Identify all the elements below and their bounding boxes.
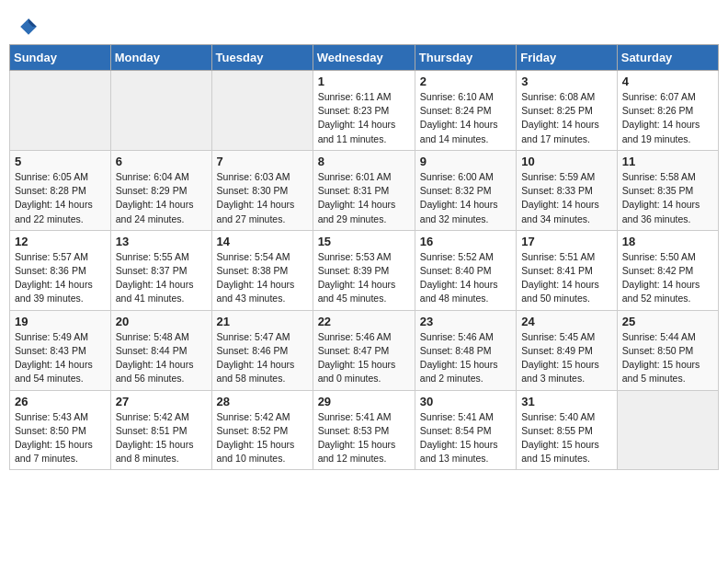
day-info: Sunrise: 5:46 AM Sunset: 8:48 PM Dayligh… bbox=[420, 330, 511, 386]
calendar-cell: 26Sunrise: 5:43 AM Sunset: 8:50 PM Dayli… bbox=[10, 390, 111, 470]
day-number: 17 bbox=[521, 235, 612, 248]
day-number: 29 bbox=[318, 395, 410, 408]
calendar-cell: 9Sunrise: 6:00 AM Sunset: 8:32 PM Daylig… bbox=[415, 150, 516, 230]
day-info: Sunrise: 5:44 AM Sunset: 8:50 PM Dayligh… bbox=[622, 330, 713, 386]
weekday-header-thursday: Thursday bbox=[415, 45, 516, 71]
calendar-cell: 20Sunrise: 5:48 AM Sunset: 8:44 PM Dayli… bbox=[110, 310, 211, 390]
calendar-cell: 31Sunrise: 5:40 AM Sunset: 8:55 PM Dayli… bbox=[517, 390, 618, 470]
day-info: Sunrise: 5:41 AM Sunset: 8:54 PM Dayligh… bbox=[420, 410, 511, 466]
day-info: Sunrise: 6:07 AM Sunset: 8:26 PM Dayligh… bbox=[622, 90, 713, 146]
day-number: 10 bbox=[521, 155, 612, 168]
day-number: 31 bbox=[521, 395, 612, 408]
day-number: 2 bbox=[420, 75, 511, 88]
calendar-cell: 22Sunrise: 5:46 AM Sunset: 8:47 PM Dayli… bbox=[313, 310, 415, 390]
day-info: Sunrise: 6:05 AM Sunset: 8:28 PM Dayligh… bbox=[15, 170, 106, 226]
day-number: 3 bbox=[521, 75, 612, 88]
day-info: Sunrise: 5:55 AM Sunset: 8:37 PM Dayligh… bbox=[116, 250, 207, 306]
day-number: 4 bbox=[622, 75, 713, 88]
day-info: Sunrise: 5:46 AM Sunset: 8:47 PM Dayligh… bbox=[318, 330, 410, 386]
calendar-cell: 25Sunrise: 5:44 AM Sunset: 8:50 PM Dayli… bbox=[617, 310, 718, 390]
day-info: Sunrise: 6:00 AM Sunset: 8:32 PM Dayligh… bbox=[420, 170, 511, 226]
day-number: 1 bbox=[318, 75, 410, 88]
day-info: Sunrise: 5:54 AM Sunset: 8:38 PM Dayligh… bbox=[217, 250, 308, 306]
calendar-cell: 12Sunrise: 5:57 AM Sunset: 8:36 PM Dayli… bbox=[10, 230, 111, 310]
day-info: Sunrise: 5:50 AM Sunset: 8:42 PM Dayligh… bbox=[622, 250, 713, 306]
calendar-cell: 19Sunrise: 5:49 AM Sunset: 8:43 PM Dayli… bbox=[10, 310, 111, 390]
day-number: 12 bbox=[15, 235, 106, 248]
calendar-cell: 7Sunrise: 6:03 AM Sunset: 8:30 PM Daylig… bbox=[211, 150, 313, 230]
calendar-cell: 1Sunrise: 6:11 AM Sunset: 8:23 PM Daylig… bbox=[313, 71, 415, 151]
day-number: 8 bbox=[318, 155, 410, 168]
day-number: 15 bbox=[318, 235, 410, 248]
calendar-cell: 29Sunrise: 5:41 AM Sunset: 8:53 PM Dayli… bbox=[313, 390, 415, 470]
day-info: Sunrise: 5:40 AM Sunset: 8:55 PM Dayligh… bbox=[521, 410, 612, 466]
day-info: Sunrise: 5:53 AM Sunset: 8:39 PM Dayligh… bbox=[318, 250, 410, 306]
day-number: 28 bbox=[217, 395, 308, 408]
calendar-cell bbox=[211, 71, 313, 151]
day-info: Sunrise: 6:03 AM Sunset: 8:30 PM Dayligh… bbox=[217, 170, 308, 226]
calendar-cell: 27Sunrise: 5:42 AM Sunset: 8:51 PM Dayli… bbox=[110, 390, 211, 470]
day-number: 18 bbox=[622, 235, 713, 248]
calendar-cell bbox=[617, 390, 718, 470]
day-number: 13 bbox=[116, 235, 207, 248]
calendar-cell: 23Sunrise: 5:46 AM Sunset: 8:48 PM Dayli… bbox=[415, 310, 516, 390]
calendar-cell: 4Sunrise: 6:07 AM Sunset: 8:26 PM Daylig… bbox=[617, 71, 718, 151]
calendar-cell: 11Sunrise: 5:58 AM Sunset: 8:35 PM Dayli… bbox=[617, 150, 718, 230]
day-info: Sunrise: 5:52 AM Sunset: 8:40 PM Dayligh… bbox=[420, 250, 511, 306]
day-info: Sunrise: 6:10 AM Sunset: 8:24 PM Dayligh… bbox=[420, 90, 511, 146]
day-number: 27 bbox=[116, 395, 207, 408]
calendar-cell: 21Sunrise: 5:47 AM Sunset: 8:46 PM Dayli… bbox=[211, 310, 313, 390]
day-number: 14 bbox=[217, 235, 308, 248]
day-info: Sunrise: 5:41 AM Sunset: 8:53 PM Dayligh… bbox=[318, 410, 410, 466]
day-number: 30 bbox=[420, 395, 511, 408]
page-header bbox=[9, 9, 719, 40]
day-number: 20 bbox=[116, 315, 207, 328]
day-number: 22 bbox=[318, 315, 410, 328]
weekday-header-saturday: Saturday bbox=[617, 45, 718, 71]
weekday-header-wednesday: Wednesday bbox=[313, 45, 415, 71]
day-number: 21 bbox=[217, 315, 308, 328]
day-info: Sunrise: 6:01 AM Sunset: 8:31 PM Dayligh… bbox=[318, 170, 410, 226]
calendar-cell: 15Sunrise: 5:53 AM Sunset: 8:39 PM Dayli… bbox=[313, 230, 415, 310]
day-info: Sunrise: 6:08 AM Sunset: 8:25 PM Dayligh… bbox=[521, 90, 612, 146]
day-number: 9 bbox=[420, 155, 511, 168]
calendar-cell: 6Sunrise: 6:04 AM Sunset: 8:29 PM Daylig… bbox=[110, 150, 211, 230]
weekday-header-tuesday: Tuesday bbox=[211, 45, 313, 71]
day-number: 5 bbox=[15, 155, 106, 168]
calendar-cell bbox=[110, 71, 211, 151]
day-info: Sunrise: 6:11 AM Sunset: 8:23 PM Dayligh… bbox=[318, 90, 410, 146]
calendar-cell: 10Sunrise: 5:59 AM Sunset: 8:33 PM Dayli… bbox=[517, 150, 618, 230]
calendar-cell: 17Sunrise: 5:51 AM Sunset: 8:41 PM Dayli… bbox=[517, 230, 618, 310]
day-info: Sunrise: 5:51 AM Sunset: 8:41 PM Dayligh… bbox=[521, 250, 612, 306]
logo bbox=[18, 17, 42, 37]
calendar-cell: 16Sunrise: 5:52 AM Sunset: 8:40 PM Dayli… bbox=[415, 230, 516, 310]
calendar-cell: 30Sunrise: 5:41 AM Sunset: 8:54 PM Dayli… bbox=[415, 390, 516, 470]
day-info: Sunrise: 6:04 AM Sunset: 8:29 PM Dayligh… bbox=[116, 170, 207, 226]
day-number: 26 bbox=[15, 395, 106, 408]
calendar-cell: 18Sunrise: 5:50 AM Sunset: 8:42 PM Dayli… bbox=[617, 230, 718, 310]
calendar-cell: 3Sunrise: 6:08 AM Sunset: 8:25 PM Daylig… bbox=[517, 71, 618, 151]
day-info: Sunrise: 5:57 AM Sunset: 8:36 PM Dayligh… bbox=[15, 250, 106, 306]
day-info: Sunrise: 5:43 AM Sunset: 8:50 PM Dayligh… bbox=[15, 410, 106, 466]
day-number: 25 bbox=[622, 315, 713, 328]
day-number: 7 bbox=[217, 155, 308, 168]
weekday-header-friday: Friday bbox=[517, 45, 618, 71]
calendar-cell: 24Sunrise: 5:45 AM Sunset: 8:49 PM Dayli… bbox=[517, 310, 618, 390]
day-number: 19 bbox=[15, 315, 106, 328]
weekday-header-sunday: Sunday bbox=[10, 45, 111, 71]
day-info: Sunrise: 5:42 AM Sunset: 8:51 PM Dayligh… bbox=[116, 410, 207, 466]
day-number: 24 bbox=[521, 315, 612, 328]
day-info: Sunrise: 5:59 AM Sunset: 8:33 PM Dayligh… bbox=[521, 170, 612, 226]
weekday-header-monday: Monday bbox=[110, 45, 211, 71]
calendar-cell: 28Sunrise: 5:42 AM Sunset: 8:52 PM Dayli… bbox=[211, 390, 313, 470]
day-info: Sunrise: 5:48 AM Sunset: 8:44 PM Dayligh… bbox=[116, 330, 207, 386]
logo-icon bbox=[18, 17, 39, 37]
day-info: Sunrise: 5:58 AM Sunset: 8:35 PM Dayligh… bbox=[622, 170, 713, 226]
calendar-cell: 2Sunrise: 6:10 AM Sunset: 8:24 PM Daylig… bbox=[415, 71, 516, 151]
day-info: Sunrise: 5:45 AM Sunset: 8:49 PM Dayligh… bbox=[521, 330, 612, 386]
day-number: 11 bbox=[622, 155, 713, 168]
calendar-cell: 14Sunrise: 5:54 AM Sunset: 8:38 PM Dayli… bbox=[211, 230, 313, 310]
day-info: Sunrise: 5:49 AM Sunset: 8:43 PM Dayligh… bbox=[15, 330, 106, 386]
calendar-cell: 8Sunrise: 6:01 AM Sunset: 8:31 PM Daylig… bbox=[313, 150, 415, 230]
day-number: 6 bbox=[116, 155, 207, 168]
